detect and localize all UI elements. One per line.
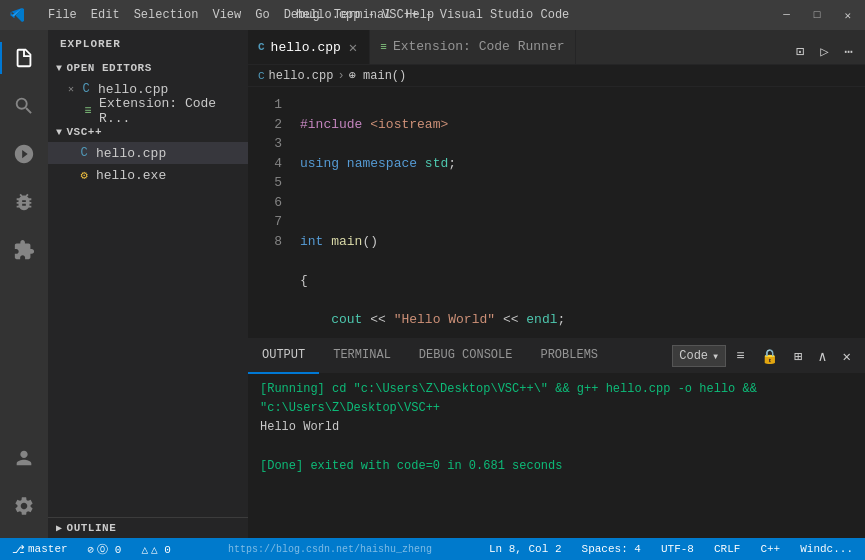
panel-tab-problems[interactable]: PROBLEMS bbox=[526, 339, 612, 374]
git-branch-status[interactable]: ⎇ master bbox=[8, 538, 72, 560]
panel-close-button[interactable]: ✕ bbox=[837, 344, 857, 369]
panel-maximize-button[interactable]: ∧ bbox=[812, 344, 832, 369]
output-line-empty bbox=[260, 438, 853, 457]
activity-debug[interactable] bbox=[0, 178, 48, 226]
warning-icon: △ bbox=[141, 543, 148, 556]
minimap bbox=[799, 87, 859, 338]
minimize-button[interactable]: ─ bbox=[779, 7, 794, 23]
panel-tab-output[interactable]: OUTPUT bbox=[248, 339, 319, 374]
ext-file-icon: ≡ bbox=[81, 103, 95, 119]
panel-tab-terminal[interactable]: TERMINAL bbox=[319, 339, 405, 374]
main-layout: EXPLORER ▼ OPEN EDITORS ✕ C hello.cpp ≡ … bbox=[0, 30, 865, 538]
line-ending-status[interactable]: CRLF bbox=[710, 538, 744, 560]
vertical-scrollbar[interactable] bbox=[859, 87, 865, 338]
output-panel: OUTPUT TERMINAL DEBUG CONSOLE PROBLEMS C… bbox=[248, 338, 865, 538]
warnings-status[interactable]: △ △ 0 bbox=[137, 538, 174, 560]
more-actions-button[interactable]: ⋯ bbox=[839, 39, 859, 64]
cursor-position[interactable]: Ln 8, Col 2 bbox=[485, 538, 566, 560]
chevron-right-icon: ▶ bbox=[56, 522, 63, 534]
sidebar-hello-cpp[interactable]: C hello.cpp bbox=[48, 142, 248, 164]
panel-clear-button[interactable]: ≡ bbox=[730, 344, 750, 368]
status-bar-right: Ln 8, Col 2 Spaces: 4 UTF-8 CRLF C++ Win… bbox=[485, 538, 857, 560]
dropdown-chevron-icon: ▾ bbox=[712, 349, 719, 364]
outline-header[interactable]: ▶ OUTLINE bbox=[48, 517, 248, 538]
activity-accounts[interactable] bbox=[0, 434, 48, 482]
breadcrumb: C hello.cpp › ⊕ main() bbox=[248, 65, 865, 87]
errors-status[interactable]: ⊘ ⓪ 0 bbox=[84, 538, 126, 560]
tab-actions: ⊡ ▷ ⋯ bbox=[784, 39, 865, 64]
tab-bar: C hello.cpp ✕ ≡ Extension: Code Runner ⊡… bbox=[248, 30, 865, 65]
panel-tab-debug-console[interactable]: DEBUG CONSOLE bbox=[405, 339, 527, 374]
panel-new-terminal-button[interactable]: ⊞ bbox=[788, 344, 808, 369]
open-editors-header[interactable]: ▼ OPEN EDITORS bbox=[48, 58, 248, 78]
tab-extension[interactable]: ≡ Extension: Code Runner bbox=[370, 30, 575, 64]
activity-settings[interactable] bbox=[0, 482, 48, 530]
git-icon: ⎇ bbox=[12, 543, 25, 556]
line-numbers: 12345678 bbox=[248, 87, 288, 338]
exe-file-icon: ⚙ bbox=[76, 167, 92, 183]
sidebar-hello-exe[interactable]: ⚙ hello.exe bbox=[48, 164, 248, 186]
title-bar: File Edit Selection View Go Debug Termin… bbox=[0, 0, 865, 30]
menu-selection[interactable]: Selection bbox=[134, 8, 199, 22]
output-dropdown[interactable]: Code ▾ bbox=[672, 345, 726, 367]
tab-hello-cpp[interactable]: C hello.cpp ✕ bbox=[248, 30, 370, 64]
run-code-button[interactable]: ▷ bbox=[814, 39, 834, 64]
status-bar: ⎇ master ⊘ ⓪ 0 △ △ 0 https://blog.csdn.n… bbox=[0, 538, 865, 560]
editor-area: C hello.cpp ✕ ≡ Extension: Code Runner ⊡… bbox=[248, 30, 865, 538]
close-button[interactable]: ✕ bbox=[840, 7, 855, 24]
indent-status[interactable]: Spaces: 4 bbox=[578, 538, 645, 560]
window-controls: ─ □ ✕ bbox=[779, 7, 855, 24]
close-icon[interactable]: ✕ bbox=[68, 83, 74, 95]
status-bar-left: ⎇ master ⊘ ⓪ 0 △ △ 0 bbox=[8, 538, 175, 560]
encoding-status[interactable]: UTF-8 bbox=[657, 538, 698, 560]
status-watermark: https://blog.csdn.net/haishu_zheng bbox=[175, 544, 485, 555]
activity-bar bbox=[0, 30, 48, 538]
cpp-file-icon: C bbox=[78, 81, 94, 97]
activity-extensions[interactable] bbox=[0, 226, 48, 274]
output-line-done: [Done] exited with code=0 in 0.681 secon… bbox=[260, 457, 853, 476]
breadcrumb-file-icon: C bbox=[258, 70, 265, 82]
split-editor-button[interactable]: ⊡ bbox=[790, 39, 810, 64]
output-line-running: [Running] cd "c:\Users\Z\Desktop\VSC++\"… bbox=[260, 380, 853, 418]
cpp-file-icon-2: C bbox=[76, 145, 92, 161]
panel-tabs: OUTPUT TERMINAL DEBUG CONSOLE PROBLEMS C… bbox=[248, 339, 865, 374]
activity-search[interactable] bbox=[0, 82, 48, 130]
activity-explorer[interactable] bbox=[0, 34, 48, 82]
language-status[interactable]: C++ bbox=[756, 538, 784, 560]
error-icon: ⊘ bbox=[88, 543, 95, 556]
chevron-down-icon: ▼ bbox=[56, 63, 63, 74]
menu-go[interactable]: Go bbox=[255, 8, 269, 22]
vscpp-header[interactable]: ▼ VSC++ bbox=[48, 122, 248, 142]
code-content[interactable]: #include <iostream> using namespace std;… bbox=[288, 87, 799, 338]
activity-git[interactable] bbox=[0, 130, 48, 178]
feedback-status[interactable]: Windc... bbox=[796, 538, 857, 560]
panel-actions: Code ▾ ≡ 🔒 ⊞ ∧ ✕ bbox=[664, 344, 865, 369]
ext-tab-icon: ≡ bbox=[380, 41, 387, 53]
chevron-down-icon-2: ▼ bbox=[56, 127, 63, 138]
menu-view[interactable]: View bbox=[212, 8, 241, 22]
cpp-tab-icon: C bbox=[258, 41, 265, 53]
window-title: hello.cpp - VSC++ - Visual Studio Code bbox=[296, 8, 570, 22]
sidebar-title: EXPLORER bbox=[48, 30, 248, 58]
tab-close-hello-cpp[interactable]: ✕ bbox=[347, 37, 359, 58]
panel-lock-button[interactable]: 🔒 bbox=[755, 344, 784, 369]
output-line-hello-world: Hello World bbox=[260, 418, 853, 437]
code-editor[interactable]: 12345678 #include <iostream> using names… bbox=[248, 87, 865, 338]
maximize-button[interactable]: □ bbox=[810, 7, 825, 23]
vscode-logo bbox=[10, 7, 26, 23]
output-content: [Running] cd "c:\Users\Z\Desktop\VSC++\"… bbox=[248, 374, 865, 538]
open-editor-extension[interactable]: ≡ Extension: Code R... bbox=[48, 100, 248, 122]
menu-edit[interactable]: Edit bbox=[91, 8, 120, 22]
sidebar: EXPLORER ▼ OPEN EDITORS ✕ C hello.cpp ≡ … bbox=[48, 30, 248, 538]
menu-file[interactable]: File bbox=[48, 8, 77, 22]
activity-bottom bbox=[0, 434, 48, 538]
